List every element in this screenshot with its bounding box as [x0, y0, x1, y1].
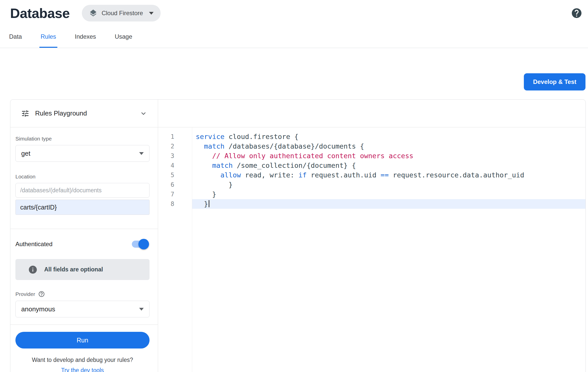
dev-tools-prompt: Want to develop and debug your rules?: [15, 357, 150, 363]
line-number: 7: [158, 190, 174, 199]
dev-tools-link[interactable]: Try the dev tools: [61, 367, 104, 372]
authenticated-label: Authenticated: [15, 241, 53, 248]
tab-rules[interactable]: Rules: [39, 26, 57, 48]
code-lines[interactable]: service cloud.firestore { match /databas…: [192, 127, 585, 372]
provider-select[interactable]: anonymous: [15, 301, 150, 317]
page-title: Database: [10, 5, 70, 21]
tab-usage[interactable]: Usage: [113, 26, 133, 48]
firestore-icon: [89, 9, 97, 17]
rules-card: Rules Playground Simulation type get Loc…: [10, 99, 586, 372]
line-number: 1: [158, 132, 174, 142]
authenticated-toggle[interactable]: [132, 241, 149, 248]
simulation-type-label: Simulation type: [15, 136, 150, 142]
chevron-down-icon: [139, 152, 144, 155]
code-line-2[interactable]: match /databases/{database}/documents {: [192, 142, 585, 151]
rules-playground-panel: Rules Playground Simulation type get Loc…: [10, 100, 158, 372]
code-line-4[interactable]: match /some_collection/{document} {: [192, 161, 585, 170]
playground-header[interactable]: Rules Playground: [10, 100, 158, 127]
actions-row: Develop & Test: [0, 48, 588, 90]
location-path-value[interactable]: carts/{cartID}: [15, 200, 150, 215]
auth-section: Authenticated All fields are optional Pr…: [10, 229, 158, 324]
tab-data[interactable]: Data: [8, 26, 23, 48]
code-line-7[interactable]: }: [192, 190, 585, 199]
editor-toolbar: [158, 100, 585, 127]
line-number: 5: [158, 170, 174, 180]
location-label: Location: [15, 174, 150, 180]
help-button[interactable]: [571, 7, 582, 19]
authenticated-row: Authenticated: [15, 239, 150, 250]
develop-test-button[interactable]: Develop & Test: [524, 73, 585, 90]
line-number: 4: [158, 161, 174, 170]
info-banner: All fields are optional: [15, 259, 150, 280]
code-line-1[interactable]: service cloud.firestore {: [192, 132, 585, 142]
rules-editor: 12345678 service cloud.firestore { match…: [158, 100, 585, 372]
run-button[interactable]: Run: [15, 332, 150, 348]
provider-label: Provider: [15, 291, 35, 297]
line-number: 8: [158, 199, 174, 209]
simulation-type-select[interactable]: get: [15, 145, 150, 162]
provider-row: Provider: [15, 291, 150, 297]
code-line-5[interactable]: allow read, write: if request.auth.uid =…: [192, 170, 585, 180]
chevron-down-icon: [139, 308, 144, 311]
provider-help-icon[interactable]: [38, 291, 45, 297]
tab-indexes[interactable]: Indexes: [74, 26, 97, 48]
provider-value: anonymous: [21, 305, 55, 313]
chevron-down-icon: [149, 12, 154, 15]
code-line-3[interactable]: // Allow only authenticated content owne…: [192, 151, 585, 161]
database-selector-chip[interactable]: Cloud Firestore: [82, 5, 161, 21]
code-area[interactable]: 12345678 service cloud.firestore { match…: [158, 127, 585, 372]
app-header: Database Cloud Firestore: [0, 0, 588, 26]
info-banner-text: All fields are optional: [44, 266, 103, 273]
database-selector-label: Cloud Firestore: [102, 10, 143, 17]
tune-icon: [21, 109, 30, 118]
line-number-gutter: 12345678: [158, 127, 192, 372]
code-line-8[interactable]: }: [192, 199, 585, 209]
tab-bar: DataRulesIndexesUsage: [0, 26, 588, 48]
line-number: 2: [158, 142, 174, 151]
code-line-6[interactable]: }: [192, 180, 585, 190]
text-cursor: [209, 200, 209, 207]
playground-title: Rules Playground: [35, 109, 87, 117]
run-section: Run Want to develop and debug your rules…: [10, 324, 158, 372]
line-number: 6: [158, 180, 174, 190]
line-number: 3: [158, 151, 174, 161]
simulation-type-value: get: [21, 150, 30, 157]
info-icon: [28, 265, 38, 274]
location-base-input[interactable]: [15, 183, 150, 198]
collapse-chevron-icon[interactable]: [139, 109, 148, 118]
firestore-database-page: Database Cloud Firestore DataRulesIndexe…: [0, 0, 588, 372]
help-icon: [571, 7, 582, 19]
toggle-thumb: [138, 239, 149, 249]
simulation-section: Simulation type get Location carts/{cart…: [10, 127, 158, 229]
